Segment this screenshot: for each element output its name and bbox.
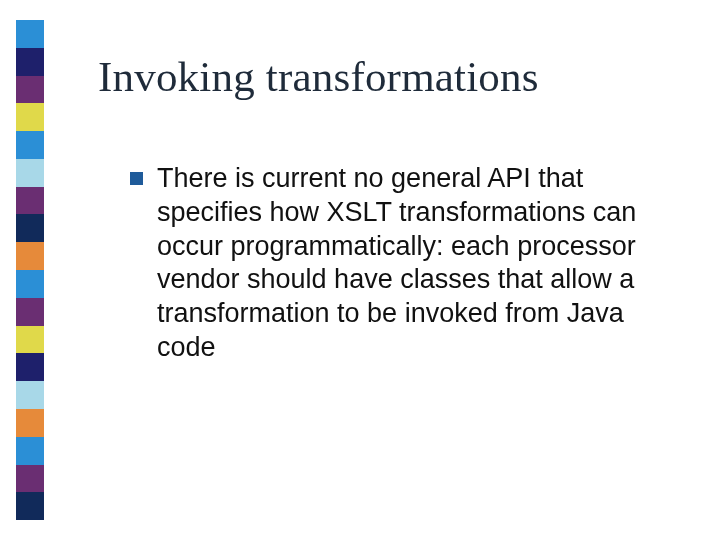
slide-title: Invoking transformations: [98, 52, 539, 101]
stripe-block: [16, 159, 44, 187]
stripe-block: [16, 76, 44, 104]
stripe-block: [16, 437, 44, 465]
stripe-block: [16, 131, 44, 159]
stripe-block: [16, 270, 44, 298]
stripe-block: [16, 48, 44, 76]
bullet-text: There is current no general API that spe…: [157, 162, 670, 365]
stripe-block: [16, 381, 44, 409]
stripe-block: [16, 103, 44, 131]
square-bullet-icon: [130, 172, 143, 185]
stripe-block: [16, 298, 44, 326]
stripe-block: [16, 353, 44, 381]
stripe-block: [16, 409, 44, 437]
stripe-block: [16, 326, 44, 354]
stripe-block: [16, 187, 44, 215]
stripe-block: [16, 214, 44, 242]
decorative-stripe: [16, 20, 44, 520]
stripe-block: [16, 465, 44, 493]
bullet-item: There is current no general API that spe…: [130, 162, 670, 365]
stripe-block: [16, 492, 44, 520]
stripe-block: [16, 242, 44, 270]
stripe-block: [16, 20, 44, 48]
slide: Invoking transformations There is curren…: [0, 0, 720, 540]
